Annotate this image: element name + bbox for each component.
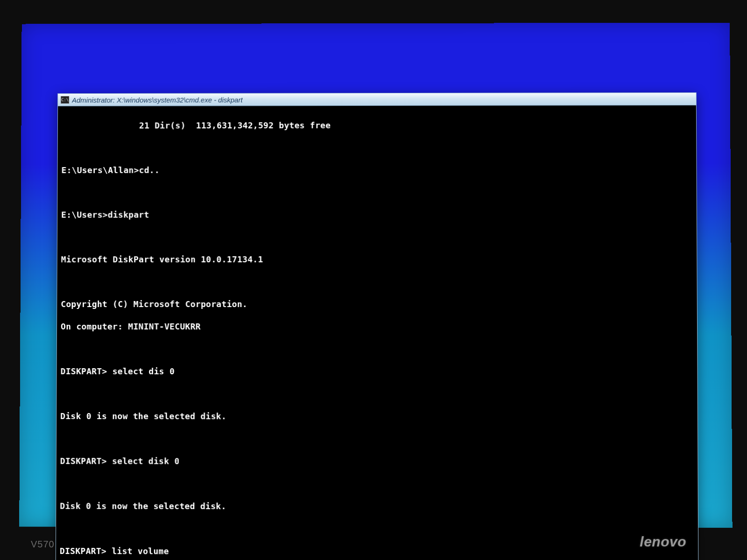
prompt-line: E:\Users\Allan>cd.. xyxy=(61,164,692,176)
blank-line xyxy=(61,276,693,287)
diskpart-prompt: DISKPART> select disk 0 xyxy=(60,455,694,468)
desktop-background: C:\ Administrator: X:\windows\system32\c… xyxy=(19,23,732,528)
diskpart-version: Microsoft DiskPart version 10.0.17134.1 xyxy=(61,254,693,265)
diskpart-prompt: DISKPART> select dis 0 xyxy=(61,366,694,378)
select-response: Disk 0 is now the selected disk. xyxy=(60,501,694,513)
blank-line xyxy=(61,343,693,355)
monitor-model-label: V570 xyxy=(31,539,55,550)
blank-line xyxy=(60,523,694,535)
output-bytes-free: 21 Dir(s) 113,631,342,592 bytes free xyxy=(62,119,692,132)
computer-line: On computer: MININT-VECUKRR xyxy=(61,321,693,332)
blank-line xyxy=(60,388,693,400)
diskpart-prompt: DISKPART> list volume xyxy=(60,546,694,558)
cmd-window: C:\ Administrator: X:\windows\system32\c… xyxy=(55,92,699,560)
monitor-brand-logo: lenovo xyxy=(640,534,686,550)
terminal-output[interactable]: 21 Dir(s) 113,631,342,592 bytes free E:\… xyxy=(55,105,699,560)
blank-line xyxy=(61,231,693,243)
blank-line xyxy=(61,187,693,198)
prompt-line: E:\Users>diskpart xyxy=(61,209,693,221)
window-titlebar[interactable]: C:\ Administrator: X:\windows\system32\c… xyxy=(58,93,696,106)
cmd-icon: C:\ xyxy=(61,96,69,104)
blank-line xyxy=(62,142,693,154)
blank-line xyxy=(60,478,694,490)
copyright-line: Copyright (C) Microsoft Corporation. xyxy=(61,299,693,310)
monitor-bezel: C:\ Administrator: X:\windows\system32\c… xyxy=(0,0,747,560)
blank-line xyxy=(60,433,694,445)
window-title: Administrator: X:\windows\system32\cmd.e… xyxy=(72,96,243,104)
select-response: Disk 0 is now the selected disk. xyxy=(60,411,694,422)
